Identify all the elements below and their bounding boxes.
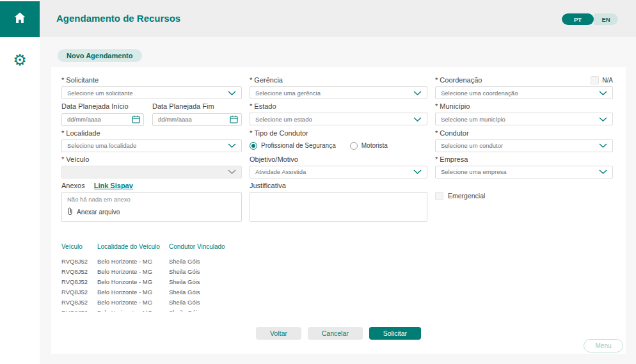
col-veiculo: Veículo: [61, 243, 97, 250]
radio-unselected-icon: [350, 142, 358, 150]
attach-file-button[interactable]: Anexar arquivo: [67, 207, 236, 218]
breadcrumb: Novo Agendamento: [58, 49, 142, 62]
solicitante-dropdown[interactable]: Selecione um solicitante: [61, 86, 242, 99]
anexos-empty-text: Não há nada em anexo: [67, 196, 236, 203]
voltar-button[interactable]: Voltar: [256, 327, 301, 340]
table-cell: Sheila Góis: [169, 289, 265, 296]
empresa-dropdown[interactable]: Selecione uma empresa: [435, 166, 613, 178]
cancelar-button[interactable]: Cancelar: [308, 327, 363, 340]
calendar-icon[interactable]: [230, 115, 238, 126]
solicitar-button[interactable]: Solicitar: [369, 327, 421, 340]
field-solicitante: * Solicitante Selecione um solicitante: [61, 76, 242, 99]
vehicle-table: Veículo Localidade do Veículo Condutor V…: [61, 243, 381, 312]
attach-file-label: Anexar arquivo: [77, 209, 120, 216]
gear-icon: ⚙: [13, 51, 27, 69]
chevron-down-icon: [228, 168, 236, 175]
col-condutor-vinculado: Condutor Vinculado: [169, 243, 265, 250]
data-fim-input[interactable]: [152, 113, 242, 126]
field-condutor: * Condutor Selecione um condutor: [435, 129, 613, 152]
field-justificativa: Justificativa: [250, 182, 427, 225]
table-cell: Belo Horizonte - MG: [97, 299, 169, 306]
link-sispav[interactable]: Link Sispav: [94, 182, 133, 189]
tipo-condutor-label: * Tipo de Condutor: [250, 129, 427, 138]
table-cell: RVQ8J52: [61, 289, 97, 296]
home-icon: [13, 12, 27, 27]
coordenacao-placeholder: Selecione uma coordenação: [441, 90, 595, 97]
anexos-box: Não há nada em anexo Anexar arquivo: [61, 192, 242, 222]
table-cell: Belo Horizonte - MG: [97, 309, 169, 312]
lang-pt-button[interactable]: PT: [562, 13, 594, 25]
chevron-down-icon: [599, 116, 607, 123]
estado-dropdown[interactable]: Selecione um estado: [250, 113, 427, 125]
field-empresa: * Empresa Selecione uma empresa: [435, 155, 613, 178]
table-cell: Sheila Góis: [169, 258, 265, 265]
condutor-dropdown[interactable]: Selecione um condutor: [435, 139, 613, 152]
field-objetivo: Objetivo/Motivo Atividade Assistida: [250, 155, 427, 178]
table-row: RVQ8J52Belo Horizonte - MGSheila Góis: [61, 276, 381, 287]
table-row: RVQ8J52Belo Horizonte - MGSheila Góis: [61, 266, 381, 276]
table-cell: Belo Horizonte - MG: [97, 278, 169, 285]
gerencia-label: * Gerência: [250, 76, 427, 84]
data-fim-label: Data Planejada Fim: [152, 102, 242, 111]
field-veiculo: * Veículo: [61, 155, 242, 178]
objetivo-dropdown[interactable]: Atividade Assistida: [250, 166, 427, 178]
vehicle-table-body: RVQ8J52Belo Horizonte - MGSheila GóisRVQ…: [61, 256, 381, 312]
field-data-inicio: Data Planejada Início: [61, 102, 144, 126]
table-cell: RVQ8J52: [61, 258, 97, 265]
form-grid: * Solicitante Selecione um solicitante *…: [61, 76, 613, 225]
objetivo-value: Atividade Assistida: [255, 168, 409, 175]
field-coordenacao: * Coordenação N/A Selecione uma coordena…: [435, 76, 613, 99]
radio-motorista[interactable]: Motorista: [350, 142, 388, 150]
action-buttons: Voltar Cancelar Solicitar: [51, 327, 626, 340]
radio-selected-icon: [250, 142, 257, 150]
justificativa-label: Justificativa: [250, 182, 427, 190]
localidade-label: * Localidade: [61, 129, 242, 138]
objetivo-label: Objetivo/Motivo: [250, 155, 427, 164]
table-row: RVQ8J52Belo Horizonte - MGSheila Góis: [61, 307, 381, 312]
table-cell: Belo Horizonte - MG: [97, 258, 169, 265]
table-row: RVQ8J52Belo Horizonte - MGSheila Góis: [61, 297, 381, 307]
justificativa-textarea[interactable]: [250, 192, 427, 222]
na-checkbox[interactable]: [591, 76, 599, 84]
radio-profissional-seguranca[interactable]: Profissional de Segurança: [250, 142, 336, 150]
page: Agendamento de Recursos PT EN ⚙ Novo Age…: [0, 0, 636, 364]
table-cell: Sheila Góis: [169, 299, 265, 306]
coordenacao-dropdown[interactable]: Selecione uma coordenação: [435, 86, 613, 99]
table-header: Veículo Localidade do Veículo Condutor V…: [61, 243, 381, 256]
sidebar-item-settings[interactable]: ⚙: [0, 47, 40, 73]
field-anexos: Anexos Link Sispav Não há nada em anexo …: [61, 182, 242, 225]
coordenacao-label: * Coordenação: [435, 76, 482, 84]
emergencial-checkbox[interactable]: [435, 192, 443, 200]
table-cell: Sheila Góis: [169, 268, 265, 275]
field-municipio: * Município Selecione um município: [435, 102, 613, 126]
radio-profissional-label: Profissional de Segurança: [261, 142, 336, 149]
municipio-dropdown[interactable]: Selecione um município: [435, 113, 613, 125]
na-option: N/A: [591, 76, 613, 84]
estado-label: * Estado: [250, 102, 427, 111]
table-row: RVQ8J52Belo Horizonte - MGSheila Góis: [61, 256, 381, 266]
menu-button[interactable]: Menu: [584, 339, 623, 352]
estado-placeholder: Selecione um estado: [255, 116, 409, 123]
empresa-label: * Empresa: [435, 155, 613, 164]
calendar-icon[interactable]: [132, 115, 140, 126]
table-cell: RVQ8J52: [61, 309, 97, 312]
emergencial-label: Emergencial: [448, 192, 485, 200]
field-localidade: * Localidade Selecione uma localidade: [61, 129, 242, 152]
form-card: * Solicitante Selecione um solicitante *…: [51, 67, 626, 354]
veiculo-dropdown-disabled: [61, 166, 242, 178]
field-gerencia: * Gerência Selecione uma gerência: [250, 76, 427, 99]
field-estado: * Estado Selecione um estado: [250, 102, 427, 126]
localidade-dropdown[interactable]: Selecione uma localidade: [61, 139, 242, 152]
localidade-placeholder: Selecione uma localidade: [67, 142, 224, 149]
gerencia-dropdown[interactable]: Selecione uma gerência: [250, 86, 427, 99]
condutor-placeholder: Selecione um condutor: [441, 142, 595, 149]
solicitante-placeholder: Selecione um solicitante: [67, 90, 224, 97]
lang-en-button[interactable]: EN: [594, 13, 618, 25]
sidebar-item-home[interactable]: [0, 1, 40, 37]
table-cell: RVQ8J52: [61, 299, 97, 306]
chevron-down-icon: [228, 90, 236, 97]
col-localidade-veiculo: Localidade do Veículo: [97, 243, 169, 250]
page-title: Agendamento de Recursos: [56, 13, 180, 24]
veiculo-label: * Veículo: [61, 155, 242, 164]
radio-motorista-label: Motorista: [362, 142, 388, 149]
